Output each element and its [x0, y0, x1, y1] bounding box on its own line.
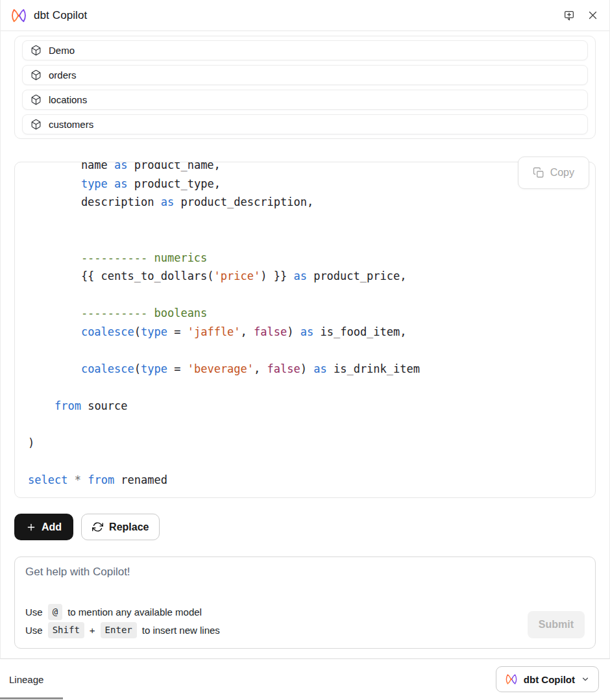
hint-mention: Use @ to mention any available model	[25, 604, 220, 620]
model-chip-locations[interactable]: locations	[22, 90, 588, 110]
popout-icon	[563, 10, 575, 21]
hint-newline-prefix: Use	[25, 623, 43, 638]
composer-hints: Use @ to mention any available model Use…	[25, 604, 220, 638]
sql-code-block[interactable]: name as product_name, type as product_ty…	[14, 162, 596, 498]
model-chip-customers[interactable]: customers	[22, 114, 588, 134]
copy-button-label: Copy	[550, 167, 574, 179]
plus-icon	[26, 522, 36, 532]
model-chip-label: orders	[49, 69, 77, 81]
dbt-copilot-panel: dbt Copilot	[0, 0, 610, 659]
app-footer: Lineage dbt Copilot	[0, 659, 610, 699]
tab-lineage[interactable]: Lineage	[9, 674, 43, 685]
hint-mention-prefix: Use	[25, 605, 43, 619]
add-button-label: Add	[42, 521, 62, 533]
hint-newline: Use Shift + Enter to insert new lines	[25, 622, 220, 638]
copilot-selector-label: dbt Copilot	[524, 674, 575, 685]
replace-button[interactable]: Replace	[81, 514, 160, 540]
copy-button[interactable]: Copy	[518, 156, 589, 189]
replace-button-label: Replace	[109, 521, 149, 533]
package-icon	[30, 69, 42, 81]
shift-key-badge: Shift	[48, 622, 84, 638]
panel-body: Demo orders locations customers name as …	[1, 31, 609, 658]
panel-header-left: dbt Copilot	[10, 7, 87, 24]
package-icon	[30, 94, 42, 105]
submit-button[interactable]: Submit	[528, 611, 585, 638]
hint-mention-suffix: to mention any available model	[67, 605, 202, 619]
refresh-icon	[92, 521, 103, 532]
package-icon	[30, 45, 42, 56]
code-content: name as product_name, type as product_ty…	[15, 162, 595, 498]
package-icon	[30, 119, 42, 130]
close-icon	[587, 10, 598, 21]
composer-bottom: Use @ to mention any available model Use…	[25, 604, 585, 638]
hint-newline-plus: +	[90, 623, 95, 638]
dbt-copilot-logo-icon	[10, 7, 27, 24]
copy-icon	[533, 167, 544, 179]
panel-title: dbt Copilot	[34, 9, 87, 22]
model-chip-orders[interactable]: orders	[22, 65, 588, 85]
popout-button[interactable]	[562, 8, 576, 23]
dbt-copilot-logo-icon	[505, 673, 518, 686]
model-chip-demo[interactable]: Demo	[22, 40, 588, 60]
enter-key-badge: Enter	[101, 622, 137, 638]
code-block-wrapper: name as product_name, type as product_ty…	[14, 162, 596, 498]
hint-newline-suffix: to insert new lines	[142, 623, 220, 638]
active-tab-indicator	[0, 697, 63, 699]
copilot-selector-button[interactable]: dbt Copilot	[496, 666, 599, 692]
add-button[interactable]: Add	[14, 514, 73, 540]
copilot-input[interactable]	[25, 566, 417, 585]
close-button[interactable]	[586, 8, 600, 22]
model-chip-label: locations	[49, 94, 87, 105]
panel-header: dbt Copilot	[1, 0, 609, 31]
model-list: Demo orders locations customers	[14, 36, 596, 139]
model-chip-label: customers	[49, 119, 93, 130]
model-chip-label: Demo	[49, 45, 75, 56]
code-actions-row: Add Replace	[14, 514, 596, 540]
at-key-badge: @	[48, 604, 62, 620]
chevron-down-icon	[581, 675, 590, 684]
copilot-composer: Use @ to mention any available model Use…	[14, 556, 596, 649]
panel-header-actions	[562, 8, 600, 23]
